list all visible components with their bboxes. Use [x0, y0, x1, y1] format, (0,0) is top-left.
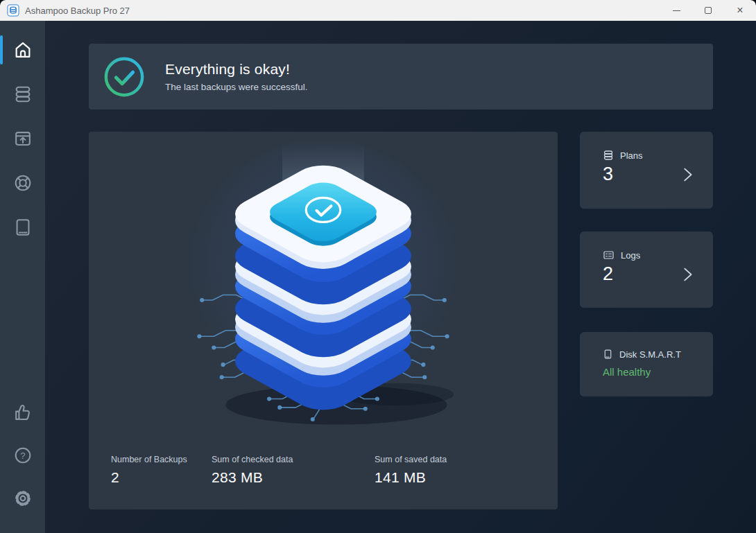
card-value: 3 [603, 164, 613, 185]
minimize-icon [673, 10, 680, 11]
minimize-button[interactable] [660, 0, 692, 21]
card-label: Logs [621, 250, 640, 261]
sidebar-item-rescue[interactable] [0, 164, 45, 202]
sidebar: ? [0, 21, 45, 533]
chevron-right-icon[interactable] [678, 265, 696, 283]
banner-title: Everything is okay! [165, 61, 308, 78]
thumbs-up-icon [12, 402, 33, 423]
sidebar-item-settings[interactable] [0, 480, 45, 517]
home-icon [12, 40, 33, 60]
chevron-right-icon[interactable] [678, 166, 696, 184]
plans-icon [603, 150, 614, 161]
maximize-button[interactable] [692, 0, 724, 21]
sidebar-item-help[interactable]: ? [0, 437, 45, 474]
disk-smart-status: All healthy [603, 366, 701, 378]
banner-subtitle: The last backups were successful. [165, 82, 308, 92]
card-label: Disk S.M.A.R.T [619, 349, 681, 360]
help-icon: ? [12, 445, 33, 466]
logs-icon [603, 250, 615, 261]
disk-icon [603, 349, 613, 360]
logs-card[interactable]: Logs 2 [580, 231, 713, 308]
card-label: Plans [620, 150, 643, 161]
status-banner: Everything is okay! The last backups wer… [89, 44, 713, 110]
stat-label: Number of Backups [111, 455, 212, 464]
restore-icon [12, 128, 33, 149]
stat-checked-data: Sum of checked data 283 MB [212, 455, 375, 486]
app-logo-icon [7, 4, 19, 17]
backup-stats: Number of Backups 2 Sum of checked data … [111, 455, 535, 486]
sidebar-item-rate[interactable] [0, 394, 45, 431]
stat-value: 141 MB [375, 469, 447, 486]
sidebar-item-home[interactable] [0, 30, 45, 69]
main-content: Everything is okay! The last backups wer… [45, 21, 756, 533]
stat-value: 2 [111, 469, 212, 486]
stat-number-of-backups: Number of Backups 2 [111, 455, 212, 486]
stat-label: Sum of checked data [212, 455, 375, 464]
stat-saved-data: Sum of saved data 141 MB [375, 455, 447, 486]
plans-card[interactable]: Plans 3 [580, 132, 713, 209]
gear-icon [12, 488, 33, 509]
window-title: Ashampoo Backup Pro 27 [25, 6, 130, 16]
rescue-icon [12, 173, 33, 193]
close-icon: × [737, 5, 743, 16]
sidebar-item-backup-plans[interactable] [0, 75, 45, 114]
disk-smart-card[interactable]: Disk S.M.A.R.T All healthy [580, 332, 713, 396]
close-button[interactable]: × [724, 0, 756, 21]
card-value: 2 [603, 263, 613, 285]
server-stack-illustration [178, 143, 468, 432]
check-circle-icon [103, 55, 146, 98]
app-window: Ashampoo Backup Pro 27 × [0, 0, 756, 533]
stat-label: Sum of saved data [375, 455, 447, 464]
backup-plans-icon [12, 84, 33, 105]
svg-text:?: ? [20, 451, 25, 461]
title-bar: Ashampoo Backup Pro 27 × [0, 0, 756, 21]
sidebar-item-restore[interactable] [0, 119, 45, 158]
disk-icon [12, 217, 33, 238]
sidebar-item-disk[interactable] [0, 208, 45, 247]
stat-value: 283 MB [212, 469, 375, 486]
overview-panel: Number of Backups 2 Sum of checked data … [89, 132, 558, 509]
maximize-icon [705, 7, 712, 14]
quick-cards: Plans 3 [580, 132, 713, 509]
